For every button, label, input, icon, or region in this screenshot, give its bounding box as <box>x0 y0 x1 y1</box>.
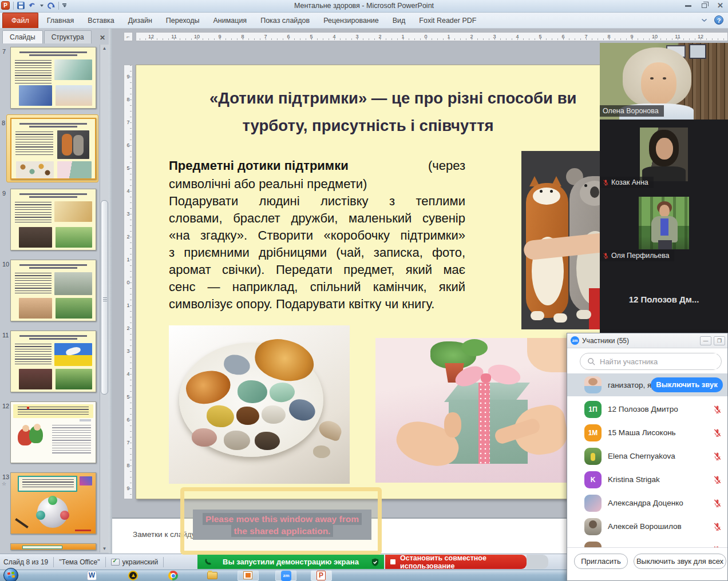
tab-foxit[interactable]: Foxit Reader PDF <box>412 13 483 28</box>
muted-mic-icon <box>713 499 722 507</box>
scroll-down-icon[interactable]: ▼ <box>101 546 108 551</box>
participants-restore-button[interactable]: ❐ <box>714 336 725 345</box>
participant-row[interactable]: Александра Доценко <box>567 491 727 515</box>
divider <box>13 2 14 10</box>
mute-button[interactable]: Выключить звук <box>651 377 723 392</box>
slide-thumbnail-13[interactable]: 13 ☆ <box>10 472 96 534</box>
scroll-up-icon[interactable]: ▲ <box>101 46 108 51</box>
tab-design[interactable]: Дизайн <box>121 13 159 28</box>
stop-share-button[interactable]: Остановить совместное использование <box>385 555 527 569</box>
participant-row[interactable] <box>567 538 727 547</box>
warning-line2: the shared application. <box>231 525 334 537</box>
participant-row[interactable]: Elena Chernyakova <box>567 444 727 468</box>
tab-file[interactable]: Файл <box>2 13 38 28</box>
participant-row-self[interactable]: ганизатор, я) Выключить звук <box>567 373 727 396</box>
zoom-taskbar-icon[interactable]: zm <box>281 571 291 581</box>
slide-thumbnail-9[interactable]: 9 <box>10 189 96 250</box>
video-tile-3[interactable]: Оля Перфильева <box>600 191 728 264</box>
chrome-taskbar-icon[interactable] <box>168 571 178 580</box>
slide-thumbnail-partial[interactable] <box>10 543 96 550</box>
participant-list: 1П 12 Полозов Дмитро 1M 15 Маша Лисоконь… <box>567 397 727 547</box>
language-indicator[interactable]: украинский <box>122 558 159 566</box>
slide-thumbnail-10[interactable]: 10 <box>10 260 96 321</box>
share-banner-text: Вы запустили демонстрацию экрана <box>223 558 359 566</box>
scrollbar-thumb[interactable] <box>101 200 108 395</box>
explorer-taskbar-icon[interactable] <box>207 570 217 579</box>
slide-number: 11 <box>2 332 9 339</box>
tab-insert[interactable]: Вставка <box>81 13 121 28</box>
slide-indicator: Слайд 8 из 19 <box>3 558 48 566</box>
antivirus-taskbar-icon[interactable] <box>128 571 138 580</box>
participant-search[interactable] <box>580 353 722 370</box>
slide-thumbnail-11[interactable]: 11 <box>10 331 96 392</box>
redo-icon[interactable] <box>47 2 55 9</box>
tab-transitions[interactable]: Переходы <box>159 13 207 28</box>
participants-minimize-button[interactable]: — <box>700 336 711 345</box>
stones-image <box>169 325 350 484</box>
tab-slideshow[interactable]: Показ слайдов <box>254 13 316 28</box>
powerpoint-window: P Ментальне здоровя - Microsoft PowerPoi… <box>0 0 728 581</box>
tab-stop-selector[interactable]: ⌐ <box>124 32 133 41</box>
slide-number: 8 <box>2 120 5 126</box>
muted-mic-icon <box>713 405 722 413</box>
ribbon-tab-row: Файл Главная Вставка Дизайн Переходы Ани… <box>0 13 728 29</box>
close-button[interactable]: ✕ <box>717 2 723 9</box>
tab-home[interactable]: Главная <box>40 13 81 28</box>
title-bar: P Ментальне здоровя - Microsoft PowerPoi… <box>0 0 728 13</box>
participant-name: Алексей Ворошилов <box>608 522 682 531</box>
word-taskbar-icon[interactable]: W <box>87 571 97 580</box>
slide-thumbnail-8[interactable]: 8 <box>10 118 96 180</box>
avatar: K <box>584 471 602 488</box>
tab-animations[interactable]: Анимация <box>206 13 254 28</box>
slide-thumbnail-7[interactable]: 7 <box>10 47 96 109</box>
powerpoint-logo-icon[interactable]: P <box>1 1 10 10</box>
close-panel-icon[interactable]: ✕ <box>96 32 109 43</box>
spellcheck-icon[interactable] <box>111 559 120 566</box>
search-input[interactable] <box>600 353 717 369</box>
customize-qat-icon[interactable] <box>62 3 66 7</box>
invite-button[interactable]: Пригласить <box>574 554 628 569</box>
start-button[interactable] <box>3 568 18 581</box>
video-tile-2[interactable]: Козак Анна <box>600 120 728 191</box>
minimize-button[interactable] <box>685 5 691 7</box>
tab-outline[interactable]: Структура <box>44 30 92 43</box>
slideshow-taskbar-icon[interactable] <box>243 571 252 579</box>
avatar <box>584 376 602 393</box>
tab-review[interactable]: Рецензирование <box>316 13 386 28</box>
slide-number: 12 <box>2 403 9 409</box>
avatar <box>584 495 602 512</box>
ruler-horizontal: 1211109876543210123456789101112 <box>136 32 728 41</box>
powerpoint-taskbar-icon[interactable]: P <box>316 571 326 580</box>
shield-icon[interactable] <box>371 558 379 567</box>
avatar: 1П <box>584 401 602 418</box>
participants-titlebar[interactable]: zm Участники (55) — ❐ <box>567 333 727 348</box>
theme-indicator[interactable]: "Тема Office" <box>59 558 100 566</box>
participant-name: Александра Доценко <box>608 499 683 507</box>
undo-dropdown-icon[interactable] <box>40 5 43 7</box>
mute-all-button[interactable]: Выключить звук для всех <box>634 554 726 569</box>
window-title: Ментальне здоровя - Microsoft PowerPoint <box>114 0 614 13</box>
ribbon-expand-chevron-icon[interactable] <box>701 18 707 22</box>
phone-icon <box>204 558 213 566</box>
slide-thumbnail-12[interactable]: 12 <box>10 401 96 463</box>
participant-row[interactable]: 1M 15 Маша Лисоконь <box>567 421 727 444</box>
save-icon[interactable] <box>17 2 25 9</box>
tab-view[interactable]: Вид <box>386 13 413 28</box>
undo-icon[interactable] <box>28 2 37 9</box>
restore-button[interactable] <box>702 3 707 8</box>
participant-row[interactable]: 1П 12 Полозов Дмитро <box>567 397 727 421</box>
muted-mic-icon <box>713 522 722 531</box>
video-tile-1[interactable]: Олена Воронова <box>600 43 728 120</box>
participant-row[interactable]: K Kristina Strigak <box>567 468 727 491</box>
panel-splitter[interactable] <box>109 29 112 554</box>
participant-name: Kristina Strigak <box>608 475 660 484</box>
muted-mic-icon <box>603 179 609 186</box>
help-icon[interactable]: ? <box>714 15 723 25</box>
sidebar-scrollbar[interactable]: ▲ ▼ <box>100 45 109 552</box>
video-tile-4[interactable]: 12 Полозов Дм... <box>600 264 728 333</box>
avatar: 1M <box>584 424 602 441</box>
tab-slides[interactable]: Слайды <box>2 30 43 43</box>
avatar <box>584 518 602 535</box>
participant-row[interactable]: Алексей Ворошилов <box>567 515 727 538</box>
zoom-floating-window[interactable]: Please move this window away from the sh… <box>180 487 382 555</box>
